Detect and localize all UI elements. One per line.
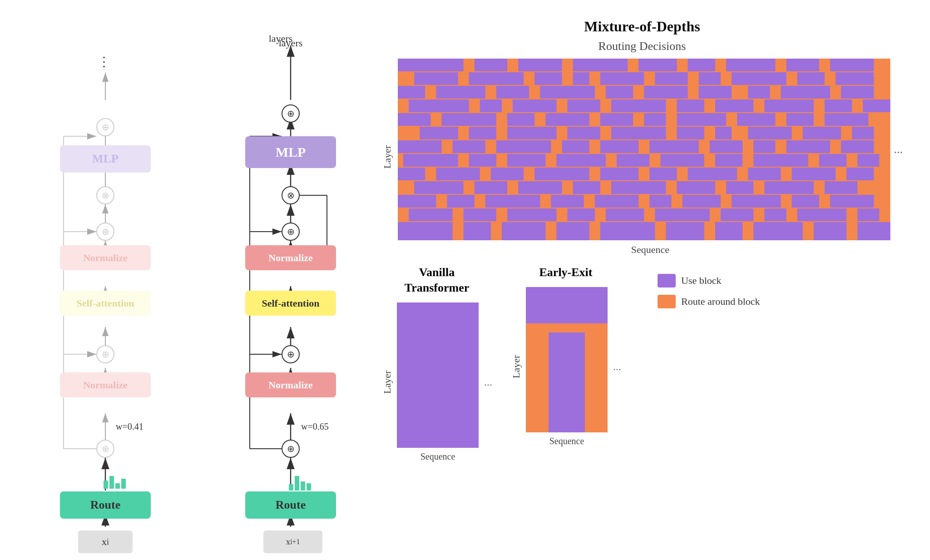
legend: Use block Route around block <box>648 265 769 317</box>
svg-rect-91 <box>787 113 814 126</box>
svg-rect-108 <box>649 140 698 153</box>
svg-rect-98 <box>677 127 704 139</box>
svg-rect-46 <box>518 59 562 71</box>
right-mlp: MLP <box>245 136 336 168</box>
svg-text:⋮: ⋮ <box>98 55 110 69</box>
svg-rect-45 <box>475 59 507 71</box>
svg-rect-92 <box>825 113 868 126</box>
svg-rect-146 <box>595 195 638 208</box>
svg-rect-54 <box>469 72 524 85</box>
svg-rect-157 <box>655 208 710 221</box>
svg-rect-150 <box>792 195 819 208</box>
svg-rect-82 <box>863 99 890 112</box>
svg-rect-114 <box>469 154 496 167</box>
svg-rect-116 <box>556 154 605 167</box>
svg-rect-106 <box>562 140 589 153</box>
left-panel: ⋮ layers xi Route w=0.41 <box>27 18 345 542</box>
svg-rect-81 <box>825 99 852 112</box>
svg-rect-74 <box>480 99 502 112</box>
left-normalize2-ghost: Normalize <box>60 245 151 270</box>
svg-rect-85 <box>507 113 534 126</box>
svg-rect-67 <box>606 86 633 99</box>
right-add1: ⊕ <box>282 345 300 363</box>
svg-rect-156 <box>606 208 644 221</box>
left-mult-ghost: ⊗ <box>96 186 114 204</box>
svg-rect-53 <box>414 72 458 85</box>
svg-rect-99 <box>715 127 732 139</box>
svg-rect-162 <box>398 222 453 240</box>
svg-rect-100 <box>748 127 791 139</box>
left-normalize1-ghost: Normalize <box>60 372 151 397</box>
svg-rect-154 <box>507 208 556 221</box>
svg-rect-48 <box>638 59 677 71</box>
svg-rect-144 <box>485 195 540 208</box>
svg-rect-79 <box>715 99 753 112</box>
svg-rect-104 <box>453 140 485 153</box>
use-block-swatch <box>658 274 676 287</box>
main-heatmap-svg <box>398 59 890 240</box>
svg-rect-112 <box>841 140 874 153</box>
svg-rect-125 <box>491 168 524 180</box>
main-title: Mixture-of-Depths <box>381 18 903 35</box>
svg-rect-131 <box>792 168 836 180</box>
early-exit-dots: ... <box>611 287 621 446</box>
svg-rect-50 <box>726 59 775 71</box>
main-heatmap-canvas <box>398 59 890 240</box>
svg-rect-165 <box>556 222 589 240</box>
right-attention: Self-attention <box>245 291 336 316</box>
svg-rect-94 <box>469 127 496 139</box>
svg-rect-177 <box>526 342 549 432</box>
svg-rect-77 <box>611 99 666 112</box>
svg-rect-55 <box>534 72 562 85</box>
svg-rect-111 <box>787 140 830 153</box>
svg-rect-86 <box>545 113 589 126</box>
right-add2: ⊕ <box>282 223 300 241</box>
svg-rect-63 <box>398 86 425 99</box>
svg-rect-176 <box>553 351 580 432</box>
left-add1-ghost: ⊕ <box>96 345 114 363</box>
svg-rect-71 <box>781 86 830 99</box>
main-x-axis-label: Sequence <box>398 244 903 256</box>
svg-rect-73 <box>409 99 469 112</box>
svg-rect-61 <box>797 72 825 85</box>
svg-rect-118 <box>660 154 704 167</box>
svg-rect-120 <box>753 154 808 167</box>
layers-label: layers <box>272 37 310 49</box>
svg-rect-132 <box>846 168 874 180</box>
svg-rect-164 <box>502 222 545 240</box>
svg-rect-140 <box>764 181 813 194</box>
early-exit-x-axis: Sequence <box>549 436 584 446</box>
legend-route-around: Route around block <box>658 295 760 308</box>
svg-rect-89 <box>677 113 726 126</box>
svg-rect-148 <box>683 195 721 208</box>
left-input-block: xi <box>78 530 133 553</box>
svg-rect-47 <box>573 59 628 71</box>
svg-rect-87 <box>600 113 633 126</box>
svg-rect-115 <box>507 154 545 167</box>
svg-rect-151 <box>830 195 874 208</box>
svg-rect-147 <box>649 195 671 208</box>
main-dots-label: ... <box>890 59 903 240</box>
svg-rect-102 <box>852 127 874 139</box>
route-around-label: Route around block <box>681 296 760 307</box>
svg-rect-75 <box>513 99 556 112</box>
route-around-swatch <box>658 295 676 308</box>
svg-rect-128 <box>649 168 677 180</box>
vanilla-title: Vanilla Transformer <box>405 265 469 296</box>
vanilla-x-axis: Sequence <box>420 451 455 462</box>
svg-rect-62 <box>836 72 874 85</box>
left-mlp-ghost: MLP <box>60 145 151 173</box>
vanilla-dots: ... <box>482 302 492 462</box>
svg-rect-136 <box>573 181 600 194</box>
svg-rect-65 <box>496 86 529 99</box>
right-normalize1: Normalize <box>245 372 336 397</box>
svg-rect-70 <box>748 86 770 99</box>
svg-rect-137 <box>611 181 666 194</box>
vanilla-chart: Vanilla Transformer Layer Sequence ... <box>381 265 492 462</box>
svg-rect-126 <box>534 168 589 180</box>
svg-rect-122 <box>857 154 879 167</box>
svg-rect-56 <box>573 72 589 85</box>
svg-rect-167 <box>666 222 704 240</box>
svg-rect-58 <box>655 72 688 85</box>
svg-rect-134 <box>475 181 507 194</box>
